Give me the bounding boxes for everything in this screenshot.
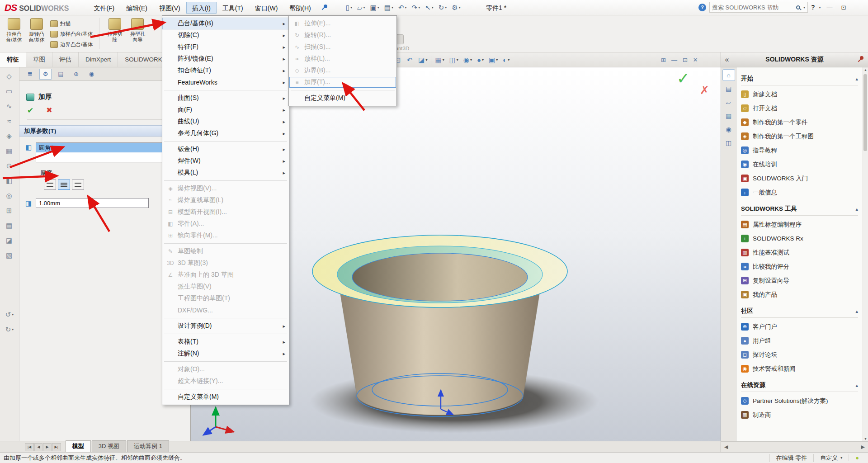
minimize-button[interactable]: — [824, 4, 835, 11]
menu-molds[interactable]: 模具(L) ▸ [162, 167, 289, 179]
close-doc-button[interactable]: ✕ [693, 57, 698, 63]
print-button[interactable]: ▤▾ [382, 2, 395, 14]
apply-scene-icon[interactable]: ▣▾ [487, 56, 499, 64]
menu-hyperlink[interactable]: 超文本链接(Y)... [162, 375, 289, 387]
menu-help[interactable]: 帮助(H) [283, 2, 316, 14]
left-toolbar-icon-2[interactable]: ▭ [2, 85, 17, 97]
submenu-loft[interactable]: ≈ 放样(L)... [289, 53, 396, 65]
chevron-down-icon[interactable]: ▾ [803, 5, 805, 9]
last-tab-button[interactable]: ▶| [52, 443, 61, 451]
thickness-value-input[interactable] [36, 198, 149, 208]
cancel-button[interactable]: ✖ [46, 106, 52, 115]
thicken-both-sides-button[interactable] [58, 180, 70, 190]
section-header-tools[interactable]: SOLIDWORKS 工具 ▴ [741, 205, 858, 216]
thicken-side2-button[interactable] [72, 180, 84, 190]
chevron-down-icon[interactable]: ▾ [819, 5, 821, 9]
left-toolbar-icon-5[interactable]: ◈ [2, 130, 17, 142]
undo-button[interactable]: ↶▾ [396, 2, 409, 14]
motion-study-tab[interactable]: 运动算例 1 [127, 440, 169, 452]
headsup-separator[interactable] [431, 56, 431, 65]
options-button[interactable]: ⚙▾ [450, 2, 462, 14]
submenu-customize-menu[interactable]: 自定义菜单(M) [289, 92, 396, 104]
left-toolbar-icon-1[interactable]: ◇ [2, 70, 17, 82]
tab-features[interactable]: 特征 [0, 52, 26, 67]
open-document-link[interactable]: ▱打开文档 [740, 101, 859, 115]
menu-fastening-feature[interactable]: 扣合特征(T) ▸ [162, 65, 289, 76]
file-explorer-tab[interactable]: ▱ [722, 96, 735, 108]
rebuild-button[interactable]: ↻▾ [437, 2, 449, 14]
search-icon[interactable] [796, 5, 800, 9]
menu-explode-line-sketch[interactable]: ≈ 爆炸直线草图(L) [162, 194, 289, 206]
menu-boss-base[interactable]: 凸台/基体(B) ▸ [162, 18, 289, 29]
compare-score-link[interactable]: ≈比较我的评分 [740, 260, 859, 274]
open-document-button[interactable]: ▱▾ [355, 2, 367, 14]
section-view-icon[interactable]: ◪▾ [417, 56, 429, 64]
submenu-thicken[interactable]: ≡ 加厚(T)... [289, 76, 396, 88]
menu-design-study[interactable]: 设计算例(D) ▸ [162, 320, 289, 332]
cup-cavity[interactable] [352, 253, 528, 301]
ok-button[interactable]: ✔ [27, 106, 33, 115]
general-info-link[interactable]: i一般信息 [740, 185, 859, 199]
menu-cut[interactable]: 切除(C) ▸ [162, 29, 289, 41]
menu-exploded-view[interactable]: ◈ 爆炸视图(V)... [162, 183, 289, 194]
3d-views-tab[interactable]: 3D 视图 [92, 440, 126, 452]
left-toolbar-icon-15[interactable]: ↻▾ [2, 323, 17, 335]
user-groups-link[interactable]: ●用户组 [740, 334, 859, 348]
tab-sketch[interactable]: 草图 [26, 52, 52, 67]
menu-curve[interactable]: 曲线(U) ▸ [162, 116, 289, 128]
discussion-forum-link[interactable]: ◻探讨论坛 [740, 348, 859, 362]
swept-boss-base-button[interactable]: 扫描 [50, 19, 93, 29]
menu-part[interactable]: ◧ 零件(A)... [162, 218, 289, 230]
pin-icon[interactable] [856, 56, 868, 64]
menu-annotations[interactable]: 注解(N) ▸ [162, 348, 289, 359]
tab-dimxpert[interactable]: DimXpert [79, 52, 118, 67]
menu-pin-icon[interactable] [321, 4, 329, 12]
submenu-boundary[interactable]: ◇ 边界(B)... [289, 65, 396, 76]
save-button[interactable]: ▣▾ [368, 2, 381, 14]
submenu-sweep[interactable]: ∿ 扫描(S)... [289, 41, 396, 53]
menu-face[interactable]: 面(F) ▸ [162, 104, 289, 116]
new-document-link[interactable]: ▯新建文档 [740, 87, 859, 101]
menu-3d-sketch-on-plane[interactable]: ∠ 基准面上的 3D 草图 [162, 269, 289, 281]
section-header-online-resources[interactable]: 在线资源 ▴ [741, 381, 858, 392]
split-view-button[interactable]: ⊞ [661, 57, 666, 63]
first-part-link[interactable]: ◆制作我的第一个零件 [740, 115, 859, 129]
manufacturers-link[interactable]: ▦制造商 [740, 408, 859, 422]
restore-doc-button[interactable]: ⊡ [683, 57, 688, 63]
first-drawing-link[interactable]: ◈制作我的第一个工程图 [740, 129, 859, 143]
help-menu-button[interactable]: ? [811, 4, 815, 11]
dimxpertmanager-tab[interactable]: ⊕ [70, 69, 82, 80]
appearances-scenes-tab[interactable]: ◉ [722, 123, 735, 135]
previous-page-button[interactable]: ◀ [724, 444, 728, 450]
menu-view[interactable]: 视图(V) [153, 2, 186, 14]
menu-customize-menu[interactable]: 自定义菜单(M) [162, 391, 289, 403]
menu-weldments[interactable]: 焊件(W) ▸ [162, 155, 289, 167]
performance-benchmark-link[interactable]: ▥性能基准测试 [740, 246, 859, 260]
customer-portal-link[interactable]: ⊕客户门户 [740, 320, 859, 334]
task-pane-home-tab[interactable]: ⌂ [722, 69, 735, 81]
custom-properties-tab[interactable]: ◫ [722, 137, 735, 149]
model-tab[interactable]: 模型 [66, 440, 91, 452]
menu-tables[interactable]: 表格(T) ▸ [162, 336, 289, 348]
left-toolbar-icon-12[interactable]: ◪ [2, 234, 17, 246]
menu-pattern-mirror[interactable]: 阵列/镜像(E) ▸ [162, 53, 289, 65]
menu-mirror-part[interactable]: ⊞ 镜向零件(M)... [162, 230, 289, 241]
left-toolbar-icon-7[interactable]: ⊙ [2, 160, 17, 172]
menu-features[interactable]: 特征(F) ▸ [162, 41, 289, 53]
redo-button[interactable]: ↷▾ [410, 2, 422, 14]
property-tab-builder-link[interactable]: ▤属性标签编制程序 [740, 217, 859, 232]
menu-file[interactable]: 文件(F) [88, 2, 120, 14]
section-header-getting-started[interactable]: 开始 ▴ [741, 75, 858, 85]
select-button[interactable]: ↖▾ [423, 2, 435, 14]
menu-tools[interactable]: 工具(T) [217, 2, 249, 14]
tutorials-link[interactable]: ◎指导教程 [740, 143, 859, 157]
help-circle-icon[interactable]: ? [698, 4, 706, 11]
edit-appearance-icon[interactable]: ●▾ [476, 56, 485, 64]
next-tab-button[interactable]: ▶ [43, 443, 51, 451]
menu-window[interactable]: 窗口(W) [249, 2, 284, 14]
scroll-up-icon[interactable]: ▲ [864, 68, 867, 71]
design-library-tab[interactable]: ▤ [722, 83, 735, 94]
partner-solutions-link[interactable]: ◇Partner Solutions(解决方案) [740, 394, 859, 408]
restore-button[interactable]: ⊡ [839, 4, 849, 11]
new-document-button[interactable]: ▯▾ [344, 2, 354, 14]
